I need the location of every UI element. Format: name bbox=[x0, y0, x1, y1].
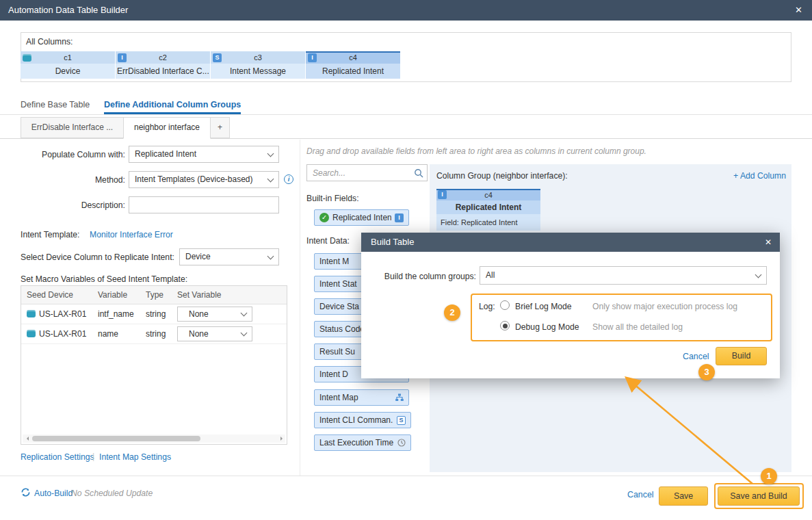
debug-log-desc: Show all the detailed log bbox=[592, 322, 683, 332]
method-label: Method: bbox=[21, 175, 125, 185]
build-groups-label: Build the column groups: bbox=[377, 272, 476, 281]
column-c3[interactable]: Sc3 Intent Message bbox=[211, 51, 306, 79]
device-column-select[interactable]: Device bbox=[179, 248, 279, 265]
scroll-left-icon[interactable] bbox=[23, 434, 31, 443]
field-chip-intent-cli[interactable]: Intent CLI Comman... S bbox=[314, 412, 411, 428]
save-and-build-button[interactable]: Save and Build bbox=[718, 486, 800, 506]
build-groups-select[interactable]: All bbox=[480, 266, 767, 285]
column-id: c4 bbox=[438, 191, 539, 199]
annotation-arrow bbox=[619, 373, 759, 488]
intent-template-label: Intent Template: bbox=[21, 230, 80, 239]
check-icon: ✓ bbox=[319, 213, 329, 222]
search-input[interactable] bbox=[307, 165, 411, 181]
table-header-row: Seed Device Variable Type Set Variable bbox=[21, 286, 287, 304]
build-button[interactable]: Build bbox=[716, 347, 767, 365]
tab-define-base-table[interactable]: Define Base Table bbox=[21, 96, 90, 114]
builtin-fields-label: Built-in Fields: bbox=[306, 194, 359, 203]
brief-log-desc: Only show major execution process log bbox=[592, 302, 737, 311]
header-seed-device: Seed Device bbox=[21, 286, 92, 304]
set-variable-select[interactable]: None bbox=[177, 326, 252, 341]
dialog-title: Build Table bbox=[371, 233, 414, 252]
intent-map-settings-link[interactable]: Intent Map Settings bbox=[99, 452, 171, 462]
all-columns-label: All Columns: bbox=[26, 37, 73, 47]
annotation-step-2: 2 bbox=[444, 304, 460, 321]
close-icon[interactable]: ✕ bbox=[795, 0, 802, 21]
info-icon[interactable]: i bbox=[284, 174, 293, 184]
schedule-note: No Scheduled Update bbox=[71, 489, 153, 498]
intent-data-label: Intent Data: bbox=[306, 236, 350, 246]
description-input[interactable] bbox=[129, 196, 279, 213]
scrollbar-thumb[interactable] bbox=[32, 436, 200, 441]
field-chip-intent-map[interactable]: Intent Map bbox=[314, 389, 409, 406]
map-icon bbox=[395, 393, 404, 402]
brief-log-label[interactable]: Brief Log Mode bbox=[515, 302, 572, 311]
footer-cancel-button[interactable]: Cancel bbox=[627, 490, 654, 499]
populate-column-select[interactable]: Replicated Intent bbox=[129, 146, 279, 163]
panel-divider bbox=[300, 140, 300, 476]
seed-device-cell: US-LAX-R01 bbox=[39, 309, 86, 319]
annotation-step-1: 1 bbox=[761, 468, 777, 484]
description-label: Description: bbox=[21, 200, 125, 210]
save-button[interactable]: Save bbox=[659, 486, 708, 506]
intent-template-link[interactable]: Monitor Interface Error bbox=[90, 230, 173, 239]
column-card-c4[interactable]: Ic4 Replicated Intent Field: Replicated … bbox=[436, 189, 540, 231]
dialog-close-icon[interactable]: ✕ bbox=[765, 233, 772, 252]
cli-badge-icon: S bbox=[397, 416, 406, 425]
type-cell: string bbox=[140, 329, 172, 339]
column-card-title: Replicated Intent bbox=[436, 200, 540, 214]
set-variable-select[interactable]: None bbox=[177, 307, 252, 322]
column-name: ErrDisabled Interface C... bbox=[116, 64, 210, 79]
field-chip-last-execution[interactable]: Last Execution Time bbox=[314, 434, 411, 451]
column-name: Replicated Intent bbox=[306, 64, 400, 79]
seed-device-cell: US-LAX-R01 bbox=[39, 329, 86, 339]
device-icon bbox=[27, 330, 36, 337]
all-columns-strip: c1 Device Ic2 ErrDisabled Interface C...… bbox=[21, 51, 401, 79]
subtabs-divider bbox=[0, 138, 812, 139]
build-table-dialog: Build Table ✕ Build the column groups: A… bbox=[361, 233, 780, 378]
group-tab-add[interactable]: + bbox=[210, 117, 230, 138]
column-id: c1 bbox=[23, 53, 113, 62]
column-group-header: Column Group (neighbor interface): bbox=[436, 171, 568, 181]
header-set-variable: Set Variable bbox=[172, 286, 287, 304]
group-tab-neighbor-interface[interactable]: neighbor interface bbox=[123, 117, 211, 139]
column-c2[interactable]: Ic2 ErrDisabled Interface C... bbox=[116, 51, 211, 79]
header-variable: Variable bbox=[92, 286, 140, 304]
column-name: Device bbox=[21, 64, 115, 79]
log-label: Log: bbox=[479, 302, 495, 311]
table-row: US-LAX-R01 intf_name string None bbox=[21, 304, 287, 324]
column-card-field: Field: Replicated Intent bbox=[436, 214, 540, 231]
auto-build-icon[interactable] bbox=[21, 487, 31, 497]
group-tab-errdisable[interactable]: ErrDisable Interface ... bbox=[21, 117, 124, 138]
variable-cell: intf_name bbox=[92, 309, 140, 319]
tab-define-additional-column-groups[interactable]: Define Additional Column Groups bbox=[104, 96, 241, 114]
column-id: c3 bbox=[213, 53, 303, 62]
macro-variables-label: Set Macro Variables of Seed Intent Templ… bbox=[21, 274, 187, 284]
variable-cell: name bbox=[92, 329, 140, 339]
column-name: Intent Message bbox=[211, 64, 305, 79]
titlebar: Automation Data Table Builder ✕ bbox=[0, 0, 812, 21]
clock-icon bbox=[397, 439, 406, 447]
column-c1[interactable]: c1 Device bbox=[21, 51, 116, 79]
log-highlight-box bbox=[471, 294, 772, 341]
dialog-cancel-button[interactable]: Cancel bbox=[683, 352, 709, 361]
search-box bbox=[306, 164, 428, 181]
replication-settings-link[interactable]: Replication Settings bbox=[21, 452, 94, 462]
horizontal-scrollbar[interactable] bbox=[23, 434, 285, 443]
auto-build-link[interactable]: Auto-Build bbox=[34, 489, 73, 498]
device-column-label: Select Device Column to Replicate Intent… bbox=[21, 252, 174, 262]
window-title: Automation Data Table Builder bbox=[8, 0, 128, 21]
dialog-titlebar: Build Table ✕ bbox=[361, 233, 780, 252]
device-icon bbox=[27, 310, 36, 317]
populate-column-label: Populate Column with: bbox=[21, 150, 125, 159]
column-id: c2 bbox=[118, 53, 208, 62]
method-select[interactable]: Intent Templates (Device-based) bbox=[129, 171, 279, 188]
search-icon[interactable] bbox=[414, 168, 423, 178]
column-c4-selected[interactable]: Ic4 Replicated Intent bbox=[306, 51, 401, 79]
debug-log-label[interactable]: Debug Log Mode bbox=[515, 322, 579, 332]
add-column-button[interactable]: + Add Column bbox=[733, 171, 786, 181]
scroll-right-icon[interactable] bbox=[277, 434, 285, 443]
builtin-chip-replicated-intent[interactable]: ✓ Replicated Intent I bbox=[314, 209, 409, 226]
debug-log-radio[interactable] bbox=[500, 321, 510, 330]
drag-drop-hint: Drag and drop available fields from left… bbox=[306, 146, 646, 156]
brief-log-radio[interactable] bbox=[500, 300, 510, 310]
